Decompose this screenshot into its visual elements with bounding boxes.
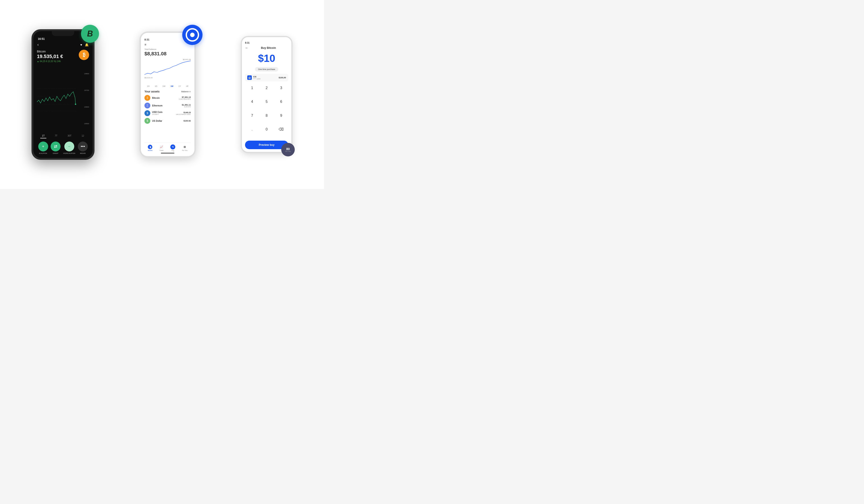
phone-frame-right: 8:31 ← Buy Bitcoin $10 One time purchase… (241, 36, 292, 153)
key-9[interactable]: 9 (274, 112, 288, 119)
phone-screen-right: 8:31 ← Buy Bitcoin $10 One time purchase… (242, 37, 291, 152)
coin-price: 19.535,01 € (37, 53, 63, 59)
buy-back-button[interactable]: ← (245, 46, 249, 50)
bank-number: **** 1234 (253, 78, 278, 80)
nav-bar-left: ‹ ♥ 🔔 (37, 42, 89, 47)
cb-asset-btc: ₿ Bitcoin $7,381.13 0.34179310 BTC (144, 95, 191, 101)
buy-time: 8:31 (245, 41, 250, 44)
buy-status-bar: 8:31 (245, 41, 288, 44)
cb-tab-1w[interactable]: 1W (161, 85, 167, 88)
one-time-purchase-btn[interactable]: One time purchase (255, 67, 278, 72)
key-dot[interactable]: . (245, 125, 259, 133)
cb-balance-btn[interactable]: Balance ∨ (181, 91, 191, 93)
bank-name: Citi (253, 75, 278, 78)
nav-pay[interactable]: ⟲ Pay (170, 144, 175, 152)
action-buttons: + KAUFEN ⇄ SWAP − VERKAUFEN ••• (37, 142, 89, 154)
key-2[interactable]: 2 (260, 84, 274, 92)
tab-30t[interactable]: 30T (66, 134, 73, 139)
usd-name: US Dollar (152, 120, 183, 122)
cb-asset-usdc: $ USD Coin 1% APY $148.23 148.22790419 U… (144, 110, 191, 116)
home-indicator-center (161, 153, 175, 154)
cb-time-tabs: 1H 1D 1W 1M 1Y All (144, 85, 191, 88)
btc-usd: $7,381.13 (179, 96, 191, 98)
nav-foryou[interactable]: ⊞ For You (182, 145, 188, 151)
btc-name: Bitcoin (152, 97, 179, 99)
assets-label: Assets (148, 149, 153, 151)
usd-amount: $100.92 (183, 120, 191, 122)
swap-label: SWAP (53, 152, 59, 154)
nav-assets[interactable]: ◑ Assets (148, 145, 153, 151)
status-bar-left: 16:51 ▲ (37, 37, 89, 40)
coin-change: ▲ 64,25 € (0,33 %) 24h (37, 60, 63, 62)
buy-title: Buy Bitcoin (249, 46, 288, 49)
key-6[interactable]: 6 (274, 98, 288, 106)
usdc-icon: $ (144, 110, 150, 116)
tab-7t[interactable]: 7T (53, 134, 59, 139)
usdc-name: USD Coin (152, 111, 176, 113)
key-8[interactable]: 8 (260, 112, 274, 119)
chart-label-3: 19600 (84, 106, 89, 108)
left-chart-area: 19800 19700 19600 19500 (37, 65, 89, 132)
foryou-label: For You (182, 149, 188, 151)
key-1[interactable]: 1 (245, 84, 259, 92)
buy-bitcoin-phone: 8:31 ← Buy Bitcoin $10 One time purchase… (241, 36, 292, 153)
btc-icon: ₿ (144, 95, 150, 101)
cb-tab-1h[interactable]: 1H (146, 85, 151, 88)
cb-chart-svg (144, 59, 191, 79)
key-4[interactable]: 4 (245, 98, 259, 106)
key-3[interactable]: 3 (274, 84, 288, 92)
status-time-left: 16:51 (38, 37, 45, 40)
phone-frame-left: 16:51 ▲ ‹ ♥ 🔔 Bitcoin (32, 29, 95, 160)
payment-row[interactable]: 🏦 Citi **** 1234 $100,00 (245, 74, 288, 82)
coinbase-dot (190, 33, 195, 37)
usdc-sub: 1% APY (152, 113, 176, 116)
for-you-text: For You (285, 151, 291, 152)
cb-menu-icon[interactable]: ≡ (144, 43, 191, 46)
heart-icon[interactable]: ♥ (80, 43, 82, 47)
mehr-button[interactable]: ••• MEHR (78, 142, 88, 154)
bank-amount: $100,00 (278, 76, 286, 79)
phone-notch-center (159, 33, 177, 37)
key-7[interactable]: 7 (245, 112, 259, 119)
key-backspace[interactable]: ⌫ (274, 125, 288, 133)
assets-icon: ◑ (148, 145, 152, 149)
tab-1j[interactable]: 1J (80, 134, 86, 139)
phone-notch-right (259, 37, 275, 41)
left-chart-svg (37, 65, 82, 132)
key-5[interactable]: 5 (260, 98, 274, 106)
bitpanda-phone: B 16:51 ▲ ‹ ♥ 🔔 (32, 29, 95, 160)
swap-button[interactable]: ⇄ SWAP (51, 142, 61, 154)
bitpanda-logo: B (87, 30, 93, 38)
phone-screen-center: 8:31 ≡ Total balance $8,831.08 $8,831.08… (141, 33, 194, 156)
bell-icon[interactable]: 🔔 (85, 43, 89, 47)
cb-chart-min: $8,019.44 (144, 77, 153, 79)
back-button-left[interactable]: ‹ (37, 42, 39, 47)
coinbase-logo (185, 28, 199, 41)
cb-balance-label: Total balance (144, 48, 191, 50)
cb-asset-eth: Ξ Ethereum $1,381.11 0.45 ETH (144, 103, 191, 108)
trade-icon: 📈 (159, 145, 164, 149)
btc-crypto: 0.34179310 BTC (179, 98, 191, 100)
cb-tab-1m[interactable]: 1M (170, 85, 175, 88)
coin-name: Bitcoin (37, 50, 63, 53)
chart-label-1: 19800 (84, 73, 89, 75)
pay-icon: ⟲ (170, 144, 175, 149)
cb-tab-all[interactable]: All (185, 85, 189, 88)
cb-assets-header: Your assets Balance ∨ (144, 90, 191, 93)
svg-point-4 (75, 104, 76, 105)
phone-notch-left (52, 31, 74, 36)
kaufen-button[interactable]: + KAUFEN (38, 142, 48, 154)
numpad: 1 2 3 4 5 6 7 8 9 . 0 ⌫ (245, 84, 288, 139)
cb-tab-1y[interactable]: 1Y (178, 85, 182, 88)
tab-1t[interactable]: 1T (40, 134, 47, 139)
bitpanda-badge: B (81, 25, 99, 43)
nav-trade[interactable]: 📈 Trade (159, 145, 164, 151)
verkaufen-button[interactable]: − VERKAUFEN (63, 142, 75, 154)
cb-asset-usd: $ US Dollar $100.92 (144, 118, 191, 124)
usd-icon: $ (144, 118, 150, 124)
bank-icon: 🏦 (247, 75, 252, 80)
key-0[interactable]: 0 (260, 125, 274, 133)
cb-tab-1d[interactable]: 1D (154, 85, 158, 88)
cb-assets-title: Your assets (144, 90, 159, 93)
time-tabs-left: 1T 7T 30T 1J (37, 134, 89, 139)
